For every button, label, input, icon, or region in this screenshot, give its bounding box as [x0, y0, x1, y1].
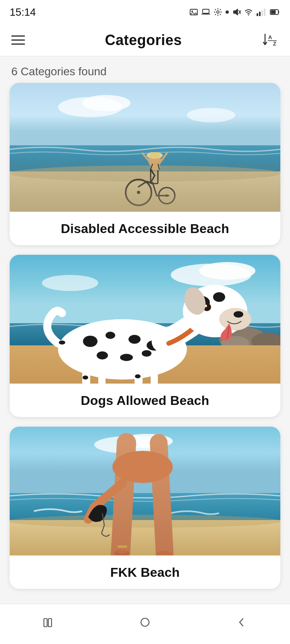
- svg-rect-73: [118, 545, 127, 548]
- category-card-3[interactable]: FKK Beach: [10, 427, 280, 589]
- category-label-2: Dogs Allowed Beach: [10, 384, 280, 417]
- svg-point-62: [234, 311, 243, 318]
- category-label-1: Disabled Accessible Beach: [10, 212, 280, 245]
- home-icon: [137, 615, 153, 634]
- count-text: 6 Categories found: [0, 56, 290, 83]
- svg-point-59: [213, 292, 225, 302]
- svg-point-36: [42, 275, 98, 291]
- svg-rect-11: [264, 8, 265, 16]
- svg-point-27: [166, 194, 168, 197]
- category-card-1[interactable]: Disabled Accessible Beach: [10, 83, 280, 245]
- svg-rect-51: [98, 374, 106, 384]
- notification-dot: [226, 10, 229, 14]
- status-bar: 15:14: [0, 0, 290, 24]
- category-image-2: [10, 255, 280, 384]
- svg-point-65: [59, 341, 65, 345]
- page-title: Categories: [105, 32, 182, 49]
- svg-rect-10: [261, 10, 263, 16]
- svg-point-54: [83, 376, 88, 380]
- mute-icon: [232, 8, 241, 17]
- svg-point-7: [248, 14, 249, 15]
- svg-point-71: [10, 515, 280, 528]
- svg-point-35: [199, 262, 255, 280]
- wifi-icon: [244, 8, 253, 17]
- svg-rect-83: [141, 618, 149, 626]
- svg-rect-9: [259, 12, 261, 16]
- beach-fkk-image: [10, 427, 280, 555]
- back-icon: [234, 615, 249, 634]
- back-button[interactable]: [193, 604, 290, 644]
- svg-point-76: [115, 551, 118, 555]
- recent-apps-icon: [41, 615, 56, 634]
- category-image-1: [10, 83, 280, 212]
- laptop-icon: [201, 8, 210, 17]
- svg-rect-53: [151, 373, 158, 384]
- svg-rect-28: [151, 169, 158, 184]
- svg-point-29: [151, 164, 160, 171]
- svg-marker-4: [234, 9, 238, 15]
- svg-rect-21: [10, 145, 280, 178]
- svg-point-49: [142, 350, 151, 357]
- svg-rect-32: [150, 152, 160, 158]
- status-time: 15:14: [10, 6, 36, 19]
- svg-rect-13: [271, 10, 276, 14]
- svg-point-25: [137, 191, 140, 194]
- svg-text:A: A: [268, 34, 272, 40]
- svg-point-24: [126, 180, 151, 205]
- image-icon: [189, 8, 198, 17]
- svg-rect-22: [10, 171, 280, 212]
- svg-point-45: [128, 335, 141, 344]
- svg-point-80: [126, 551, 129, 555]
- svg-point-43: [83, 336, 97, 347]
- svg-rect-8: [257, 13, 258, 16]
- svg-point-48: [120, 354, 133, 361]
- svg-point-57: [219, 308, 251, 330]
- category-label-3: FKK Beach: [10, 555, 280, 589]
- svg-point-20: [187, 108, 235, 122]
- battery-icon: [270, 8, 280, 17]
- signal-icon: [256, 8, 267, 17]
- svg-point-19: [82, 95, 130, 111]
- status-icons: [189, 8, 280, 17]
- recent-apps-button[interactable]: [0, 604, 97, 644]
- svg-point-3: [217, 11, 219, 13]
- menu-button[interactable]: [11, 35, 25, 45]
- svg-point-1: [191, 10, 193, 12]
- svg-point-44: [106, 332, 115, 339]
- svg-rect-2: [203, 9, 209, 13]
- categories-list: Disabled Accessible Beach: [0, 83, 290, 637]
- svg-rect-81: [44, 619, 47, 627]
- category-card-2[interactable]: Dogs Allowed Beach: [10, 255, 280, 417]
- svg-point-26: [159, 188, 175, 204]
- category-image-3: [10, 427, 280, 555]
- bottom-navigation: [0, 604, 290, 644]
- svg-point-55: [135, 374, 141, 378]
- svg-point-72: [112, 451, 173, 483]
- svg-rect-82: [48, 619, 52, 627]
- home-button[interactable]: [97, 604, 193, 644]
- svg-point-23: [10, 165, 280, 182]
- svg-point-30: [148, 154, 161, 167]
- app-bar: Categories A Z: [0, 24, 290, 56]
- svg-point-47: [97, 351, 108, 359]
- sort-button[interactable]: A Z: [262, 32, 279, 49]
- svg-text:Z: Z: [273, 41, 276, 47]
- settings-icon: [213, 8, 222, 17]
- beach-dog-image: [10, 255, 280, 384]
- beach-wheelchair-image: [10, 83, 280, 212]
